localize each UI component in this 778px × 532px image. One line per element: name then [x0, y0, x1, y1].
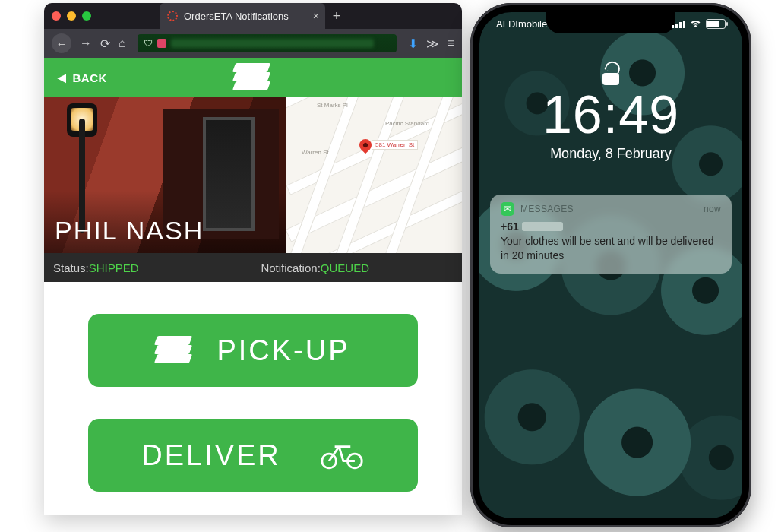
nav-forward-button[interactable]: →	[80, 36, 92, 50]
lock-clock-area: 16:49 Monday, 8 February	[479, 65, 742, 162]
address-bar[interactable]: 🛡	[138, 34, 397, 52]
order-map[interactable]: St Marks Pl Warren St Pacific Standard 5…	[286, 97, 462, 253]
order-actions: PICK-UP DELIVER	[44, 282, 462, 515]
tab-title: OrdersETA Notifications	[184, 11, 289, 22]
shield-icon: 🛡	[144, 38, 153, 49]
overflow-icon[interactable]: ≫	[426, 36, 439, 51]
lock-date: Monday, 8 February	[479, 146, 742, 162]
notification-body: Your clothes will be sent and will be de…	[501, 234, 721, 263]
menu-icon[interactable]: ≡	[448, 36, 454, 50]
pickup-button[interactable]: PICK-UP	[88, 314, 418, 387]
downloads-icon[interactable]: ⬇	[408, 36, 418, 51]
padlock-icon	[601, 65, 621, 85]
laundry-stack-icon	[156, 336, 194, 365]
tab-close-icon[interactable]: ×	[313, 10, 319, 22]
redacted-number	[522, 222, 563, 231]
window-zoom-button[interactable]	[82, 11, 91, 21]
back-label: BACK	[73, 71, 107, 84]
app-logo	[234, 63, 272, 92]
notification-sender: +61	[501, 220, 519, 233]
pickup-label: PICK-UP	[217, 334, 349, 367]
browser-window: OrdersETA Notifications × + ← → ⟳ ⌂ 🛡 ⬇ …	[44, 3, 462, 515]
caret-left-icon: ◀	[58, 71, 67, 84]
notification-app-name: MESSAGES	[520, 204, 574, 214]
app-header: ◀ BACK	[44, 58, 462, 97]
order-status-bar: Status: SHIPPED Notification: QUEUED	[44, 253, 462, 282]
phone-lockscreen[interactable]: ALDImobile 16:49 Monday, 8 February ✉ ME…	[479, 12, 742, 518]
browser-tab-strip: OrdersETA Notifications × +	[44, 3, 462, 29]
wifi-icon	[690, 18, 701, 30]
carrier-label: ALDImobile	[496, 18, 547, 30]
battery-icon	[706, 19, 726, 29]
nav-home-button[interactable]: ⌂	[119, 36, 126, 50]
nav-back-button[interactable]: ←	[52, 33, 71, 53]
notification-card[interactable]: ✉ MESSAGES now +61 Your clothes will be …	[490, 195, 732, 274]
deliver-label: DELIVER	[141, 439, 281, 472]
tab-favicon	[167, 11, 178, 21]
lock-icon	[157, 39, 166, 48]
phone-status-bar: ALDImobile	[479, 18, 742, 30]
back-button[interactable]: ◀ BACK	[58, 71, 107, 84]
streetlamp-graphic	[53, 103, 106, 233]
window-minimize-button[interactable]	[67, 11, 76, 21]
customer-name: PHIL NASH	[55, 216, 204, 245]
bicycle-icon	[319, 440, 365, 470]
url-text	[171, 39, 374, 48]
status-value: SHIPPED	[89, 261, 139, 274]
browser-toolbar: ← → ⟳ ⌂ 🛡 ⬇ ≫ ≡	[44, 29, 462, 58]
browser-tab[interactable]: OrdersETA Notifications ×	[160, 3, 325, 29]
customer-photo: PHIL NASH	[44, 97, 286, 253]
deliver-button[interactable]: DELIVER	[88, 419, 418, 492]
notification-value: QUEUED	[321, 261, 369, 274]
signal-icon	[672, 21, 685, 28]
window-close-button[interactable]	[52, 11, 61, 21]
new-tab-button[interactable]: +	[325, 8, 348, 24]
messages-app-icon: ✉	[501, 202, 514, 216]
phone-device: ALDImobile 16:49 Monday, 8 February ✉ ME…	[470, 3, 751, 527]
map-pin-label: 581 Warren St	[372, 140, 418, 150]
lock-time: 16:49	[479, 88, 742, 141]
notification-timestamp: now	[704, 204, 721, 214]
order-media-row: PHIL NASH St Marks Pl Warren St Pacific …	[44, 97, 462, 253]
status-label: Status:	[53, 261, 89, 274]
nav-reload-button[interactable]: ⟳	[100, 36, 110, 51]
notification-label: Notification:	[261, 261, 320, 274]
